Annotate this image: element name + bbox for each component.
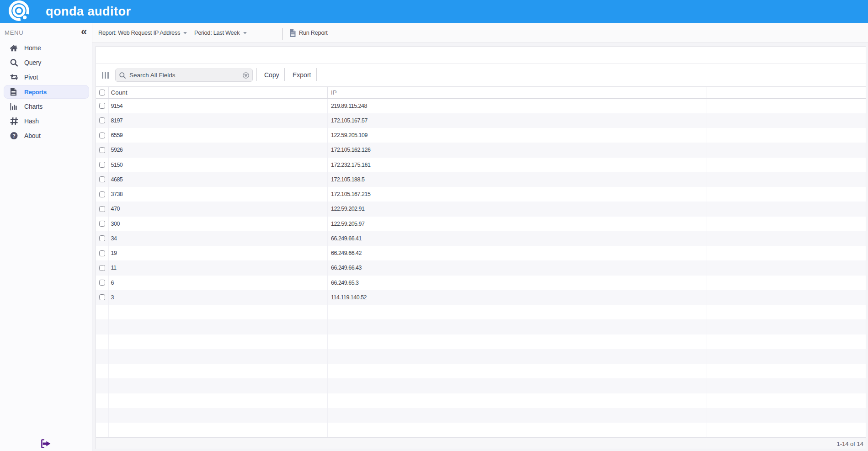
svg-text:?: ?: [12, 133, 16, 138]
